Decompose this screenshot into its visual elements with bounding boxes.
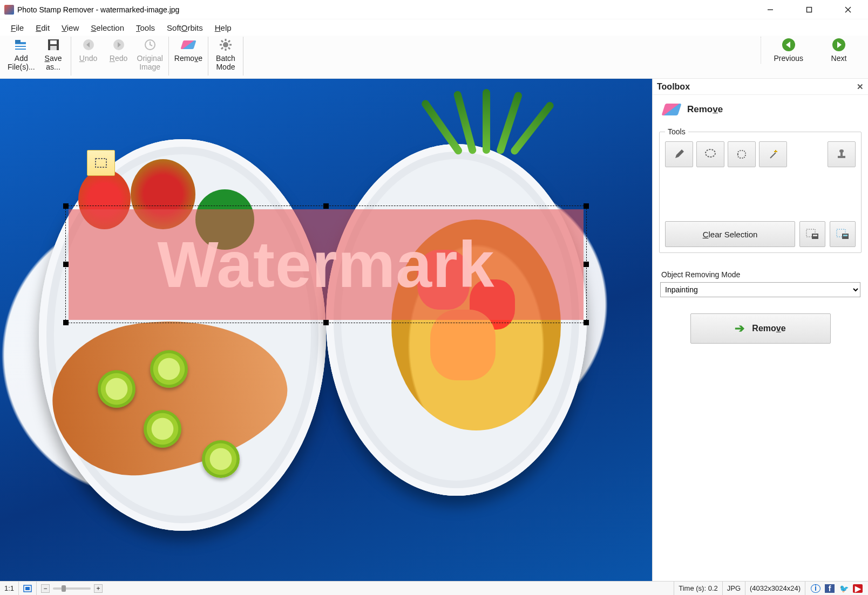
previous-button[interactable]: Previous (771, 37, 806, 64)
maximize-button[interactable] (797, 2, 822, 18)
redo-button[interactable]: Redo (104, 37, 134, 64)
selection-handle[interactable] (63, 320, 69, 325)
svg-rect-40 (25, 587, 30, 590)
twitter-icon[interactable]: 🐦 (839, 584, 849, 593)
svg-rect-1 (807, 7, 812, 12)
selection-handle[interactable] (584, 320, 589, 325)
youtube-icon[interactable]: ▶ (853, 584, 863, 593)
status-time: Time (s): 0.2 (674, 582, 722, 595)
arrow-left-icon (782, 38, 796, 52)
fit-icon (23, 585, 32, 592)
close-button[interactable] (836, 2, 860, 18)
zoom-fit-button[interactable] (19, 582, 37, 595)
remove-button[interactable]: Remove (171, 37, 206, 64)
selection-handle[interactable] (323, 320, 329, 325)
menu-edit[interactable]: Edit (30, 22, 55, 34)
selection-handle[interactable] (584, 262, 589, 267)
svg-rect-26 (96, 159, 106, 167)
svg-line-20 (228, 47, 230, 49)
svg-line-22 (221, 47, 223, 49)
tools-legend: Tools (665, 127, 688, 136)
status-bar: 1:1 − + Time (s): 0.2 JPG (4032x3024x24)… (0, 581, 868, 595)
undo-icon (82, 38, 96, 52)
svg-rect-6 (14, 44, 28, 46)
arrow-right-icon: ➔ (735, 322, 744, 336)
svg-rect-9 (50, 40, 57, 44)
tool-pencil[interactable] (665, 141, 693, 167)
add-files-icon (14, 38, 28, 52)
svg-point-32 (839, 149, 844, 153)
zoom-in-button[interactable]: + (94, 584, 103, 593)
svg-rect-35 (813, 235, 817, 236)
menu-view[interactable]: View (56, 22, 84, 34)
next-button[interactable]: Next (823, 37, 855, 64)
load-selection-button[interactable] (830, 221, 856, 247)
svg-point-25 (706, 149, 715, 157)
selection-handle[interactable] (323, 203, 329, 209)
mode-label: Object Removing Mode (661, 270, 859, 279)
status-format: JPG (723, 582, 745, 595)
tools-group: Tools (659, 127, 862, 253)
load-selection-icon (836, 228, 850, 240)
menu-softorbits[interactable]: SoftOrbits (161, 22, 208, 34)
info-icon[interactable]: i (811, 584, 820, 593)
save-selection-button[interactable] (799, 221, 825, 247)
clear-selection-button[interactable]: Clear Selection (665, 221, 795, 247)
svg-rect-5 (15, 40, 21, 43)
batch-mode-button[interactable]: BatchMode (211, 37, 241, 72)
toolbox-panel: Toolbox ✕ Remove Tools (652, 79, 868, 581)
selection-rectangle[interactable] (65, 206, 587, 324)
selection-handle[interactable] (584, 203, 589, 209)
tool-rectangle-selection[interactable] (87, 150, 115, 176)
redo-icon (112, 38, 126, 52)
menu-bar: File Edit View Selection Tools SoftOrbit… (0, 19, 868, 36)
app-icon (4, 5, 14, 15)
svg-rect-30 (838, 156, 845, 158)
save-icon (46, 38, 60, 52)
gear-icon (219, 38, 233, 52)
selection-handle[interactable] (63, 262, 69, 267)
eraser-icon (181, 38, 195, 52)
minimize-button[interactable] (758, 2, 783, 18)
toolbox-close-icon[interactable]: ✕ (857, 82, 864, 92)
blob-icon (735, 148, 748, 161)
eraser-icon (661, 104, 681, 115)
zoom-out-button[interactable]: − (41, 584, 50, 593)
svg-line-19 (221, 40, 223, 42)
svg-rect-10 (50, 46, 57, 50)
svg-rect-7 (14, 47, 28, 49)
lasso-icon (704, 148, 717, 161)
add-files-button[interactable]: AddFile(s)... (4, 37, 38, 72)
tool-magic-wand[interactable] (759, 141, 787, 167)
menu-selection[interactable]: Selection (85, 22, 130, 34)
menu-help[interactable]: Help (209, 22, 237, 34)
undo-button[interactable]: Undo (73, 37, 104, 64)
arrow-right-icon (832, 38, 846, 52)
tool-clone-stamp[interactable] (828, 141, 856, 167)
history-icon (143, 38, 157, 52)
selection-handle[interactable] (63, 203, 69, 209)
svg-rect-38 (843, 235, 847, 236)
save-as-button[interactable]: Saveas... (38, 37, 69, 72)
save-selection-icon (805, 228, 819, 240)
zoom-actual-button[interactable]: 1:1 (0, 582, 19, 595)
wand-icon (767, 148, 779, 160)
tool-color-selection[interactable] (728, 141, 756, 167)
svg-line-27 (770, 153, 776, 158)
panel-remove-button[interactable]: ➔ Remove (690, 313, 831, 344)
zoom-slider[interactable] (53, 587, 91, 590)
menu-tools[interactable]: Tools (131, 22, 160, 34)
original-image-button[interactable]: OriginalImage (134, 37, 166, 72)
window-title: Photo Stamp Remover - watermarked-image.… (17, 5, 179, 14)
facebook-icon[interactable]: f (825, 584, 835, 593)
menu-file[interactable]: File (5, 22, 29, 34)
svg-line-21 (228, 40, 230, 42)
stamp-icon (836, 148, 847, 160)
mode-select[interactable]: Inpainting (660, 282, 860, 297)
status-dimensions: (4032x3024x24) (745, 582, 805, 595)
tool-freehand-selection[interactable] (696, 141, 724, 167)
toolbar: AddFile(s)... Saveas... Undo Redo Origin… (0, 36, 868, 79)
svg-point-14 (223, 42, 228, 47)
title-bar: Photo Stamp Remover - watermarked-image.… (0, 0, 868, 19)
toolbox-title: Toolbox (657, 82, 690, 92)
